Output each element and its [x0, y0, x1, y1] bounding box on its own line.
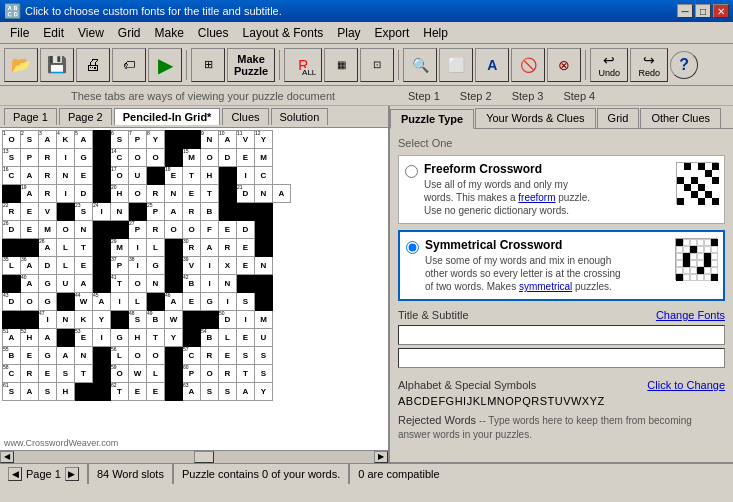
image-button[interactable]: 🏷 — [112, 48, 146, 82]
grid-cell[interactable]: O — [129, 275, 147, 293]
grid-cell[interactable] — [93, 239, 111, 257]
menu-view[interactable]: View — [72, 24, 110, 42]
close-button[interactable]: ✕ — [713, 4, 729, 18]
title-input[interactable] — [398, 325, 725, 345]
grid-cell[interactable]: U — [57, 275, 75, 293]
another-button[interactable]: ⊗ — [547, 48, 581, 82]
redo-button[interactable]: ↪ Redo — [630, 48, 668, 82]
grid-cell[interactable]: P — [21, 149, 39, 167]
grid-cell[interactable]: S — [255, 347, 273, 365]
grid-cell[interactable]: 6S — [111, 131, 129, 149]
grid-cell[interactable]: O — [129, 347, 147, 365]
grid-cell[interactable]: 61S — [3, 383, 21, 401]
grid-cell[interactable] — [57, 293, 75, 311]
grid-cell[interactable]: 35L — [3, 257, 21, 275]
grid-cell[interactable]: 12Y — [255, 131, 273, 149]
grid-cell[interactable]: 52H — [21, 329, 39, 347]
grid-cell[interactable]: I — [237, 167, 255, 185]
grid-cell[interactable]: N — [111, 203, 129, 221]
grid-cell[interactable]: E — [39, 365, 57, 383]
grid-cell[interactable]: B — [201, 203, 219, 221]
grid-cell[interactable]: O — [147, 149, 165, 167]
grid-cell[interactable]: N — [57, 311, 75, 329]
grid-cell[interactable]: U — [255, 329, 273, 347]
scroll-left-button[interactable]: ◀ — [0, 451, 14, 463]
grid-cell[interactable]: L — [57, 257, 75, 275]
menu-grid[interactable]: Grid — [112, 24, 147, 42]
grid-cell[interactable]: 58C — [3, 365, 21, 383]
grid-cell[interactable]: Y — [165, 329, 183, 347]
grid-cell[interactable]: T — [75, 365, 93, 383]
grid-cell[interactable]: 29M — [111, 239, 129, 257]
grid-cell[interactable]: O — [201, 149, 219, 167]
grid-cell[interactable]: O — [21, 293, 39, 311]
grid-cell[interactable]: D — [39, 257, 57, 275]
grid-cell[interactable]: N — [255, 257, 273, 275]
help-button[interactable]: ? — [670, 51, 698, 79]
grid-cell[interactable]: 47I — [39, 311, 57, 329]
grid-cell[interactable]: O — [129, 149, 147, 167]
grid-cell[interactable] — [3, 311, 21, 329]
grid-cell[interactable]: U — [129, 167, 147, 185]
grid-cell[interactable]: A — [75, 275, 93, 293]
grid-cell[interactable] — [183, 311, 201, 329]
grid-cell[interactable]: R — [147, 221, 165, 239]
grid-cell[interactable]: 41T — [111, 275, 129, 293]
tab-page2[interactable]: Page 2 — [59, 108, 112, 125]
grid-cell[interactable]: 59O — [111, 365, 129, 383]
grid-cell[interactable] — [165, 239, 183, 257]
scroll-right-button[interactable]: ▶ — [374, 451, 388, 463]
grid-cell[interactable]: I — [201, 275, 219, 293]
grid-cell[interactable] — [93, 167, 111, 185]
grid-cell[interactable] — [165, 149, 183, 167]
grid-cell[interactable]: L — [57, 239, 75, 257]
grid-cell[interactable]: F — [201, 221, 219, 239]
grid-cell[interactable]: E — [237, 149, 255, 167]
tab-your-words-clues[interactable]: Your Words & Clues — [475, 108, 595, 128]
freeform-option[interactable]: Freeform Crossword Use all of my words a… — [398, 155, 725, 224]
grid-cell[interactable]: 36A — [21, 257, 39, 275]
grid-cell[interactable]: R — [183, 203, 201, 221]
grid-cell[interactable]: 49B — [147, 311, 165, 329]
symmetrical-option[interactable]: Symmetrical Crossword Use some of my wor… — [398, 230, 725, 301]
grid-cell[interactable]: S — [219, 383, 237, 401]
scroll-thumb[interactable] — [194, 451, 214, 463]
maximize-button[interactable]: □ — [695, 4, 711, 18]
grid-cell[interactable]: E — [183, 185, 201, 203]
minimize-button[interactable]: ─ — [677, 4, 693, 18]
grid-cell[interactable] — [93, 257, 111, 275]
grid-cell[interactable]: E — [237, 329, 255, 347]
grid-cell[interactable]: O — [183, 221, 201, 239]
grid-cell[interactable]: 51A — [3, 329, 21, 347]
grid-cell[interactable]: N — [75, 221, 93, 239]
grid-cell[interactable]: T — [147, 329, 165, 347]
grid-cell[interactable]: E — [147, 383, 165, 401]
tab-page1[interactable]: Page 1 — [4, 108, 57, 125]
grid-cell[interactable]: N — [219, 275, 237, 293]
grid-cell[interactable]: 53E — [75, 329, 93, 347]
grid-cell[interactable]: G — [39, 293, 57, 311]
grid-cell[interactable]: 17O — [111, 167, 129, 185]
grid-cell[interactable]: E — [219, 347, 237, 365]
grid-cell[interactable]: 21D — [237, 185, 255, 203]
grid-cell[interactable] — [237, 203, 255, 221]
grid-cell[interactable]: 1O — [3, 131, 21, 149]
grid-cell[interactable] — [93, 347, 111, 365]
grid-cell[interactable]: 23S — [75, 203, 93, 221]
freeform-radio[interactable] — [405, 165, 418, 178]
menu-export[interactable]: Export — [369, 24, 416, 42]
grid-cell[interactable]: L — [147, 239, 165, 257]
grid-cell[interactable]: 40A — [21, 275, 39, 293]
menu-layout-fonts[interactable]: Layout & Fonts — [237, 24, 330, 42]
grid-cell[interactable]: K — [75, 311, 93, 329]
grid-cell[interactable]: 10A — [219, 131, 237, 149]
grid-cell[interactable]: H — [57, 383, 75, 401]
grid-cell[interactable] — [147, 167, 165, 185]
grid-cell[interactable]: R — [219, 365, 237, 383]
grid-cell[interactable]: T — [201, 185, 219, 203]
grid-cell[interactable] — [93, 185, 111, 203]
grid-cell[interactable]: N — [255, 185, 273, 203]
tab-penciled-in-grid[interactable]: Penciled-In Grid* — [114, 108, 221, 125]
grid-cell[interactable]: 24I — [93, 203, 111, 221]
grid-cell[interactable]: L — [129, 293, 147, 311]
